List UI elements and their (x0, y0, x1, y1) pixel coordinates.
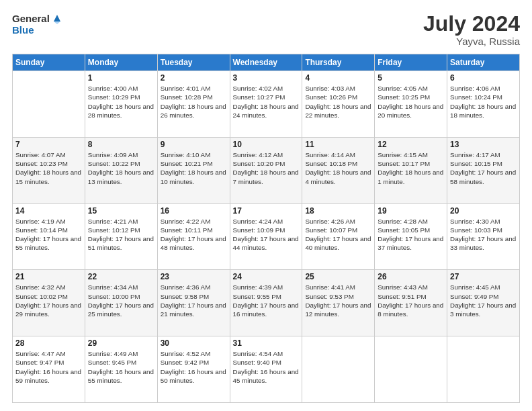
logo: General Blue (12, 12, 63, 36)
cell-info: Sunrise: 4:10 AMSunset: 10:21 PMDaylight… (161, 150, 227, 186)
cell-date: 25 (305, 272, 371, 281)
calendar-cell: 9 Sunrise: 4:10 AMSunset: 10:21 PMDaylig… (157, 137, 230, 203)
logo-arrow-icon (51, 12, 63, 24)
title-block: July 2024 Yayva, Russia (423, 12, 520, 47)
calendar-cell: 1 Sunrise: 4:00 AMSunset: 10:29 PMDaylig… (85, 71, 157, 138)
cell-info: Sunrise: 4:21 AMSunset: 10:12 PMDaylight… (88, 217, 154, 253)
calendar-cell: 3 Sunrise: 4:02 AMSunset: 10:27 PMDaylig… (230, 71, 302, 138)
svg-marker-1 (54, 21, 60, 24)
cell-info: Sunrise: 4:30 AMSunset: 10:03 PMDaylight… (450, 217, 517, 253)
cell-date: 10 (233, 140, 300, 149)
cell-info: Sunrise: 4:03 AMSunset: 10:26 PMDaylight… (305, 84, 371, 120)
day-header-sunday: Sunday (13, 54, 85, 71)
cell-date: 5 (378, 73, 444, 83)
calendar-cell: 18 Sunrise: 4:26 AMSunset: 10:07 PMDayli… (302, 203, 375, 270)
cell-date: 8 (88, 140, 154, 149)
cell-date: 4 (305, 73, 371, 83)
cell-info: Sunrise: 4:36 AMSunset: 9:58 PMDaylight:… (161, 283, 227, 318)
logo-general-text: General (12, 13, 50, 24)
cell-info: Sunrise: 4:45 AMSunset: 9:49 PMDaylight:… (450, 283, 517, 318)
cell-date: 15 (88, 206, 154, 216)
cell-date: 30 (161, 338, 227, 348)
week-row-3: 14 Sunrise: 4:19 AMSunset: 10:14 PMDayli… (13, 203, 520, 270)
cell-date: 1 (88, 73, 154, 83)
cell-info: Sunrise: 4:01 AMSunset: 10:28 PMDaylight… (161, 84, 227, 120)
calendar-cell: 5 Sunrise: 4:05 AMSunset: 10:25 PMDaylig… (375, 71, 447, 138)
calendar-cell (13, 71, 85, 138)
week-row-5: 28 Sunrise: 4:47 AMSunset: 9:47 PMDaylig… (13, 336, 520, 403)
calendar-cell: 28 Sunrise: 4:47 AMSunset: 9:47 PMDaylig… (13, 336, 85, 403)
cell-info: Sunrise: 4:17 AMSunset: 10:15 PMDaylight… (450, 150, 517, 186)
cell-info: Sunrise: 4:28 AMSunset: 10:05 PMDaylight… (378, 217, 444, 253)
calendar-cell: 19 Sunrise: 4:28 AMSunset: 10:05 PMDayli… (375, 203, 447, 270)
week-row-2: 7 Sunrise: 4:07 AMSunset: 10:23 PMDaylig… (13, 137, 520, 203)
cell-info: Sunrise: 4:39 AMSunset: 9:55 PMDaylight:… (233, 283, 300, 318)
cell-date: 27 (450, 272, 517, 281)
cell-info: Sunrise: 4:06 AMSunset: 10:24 PMDaylight… (450, 84, 517, 120)
header: General Blue July 2024 Yayva, Russia (12, 12, 520, 47)
cell-info: Sunrise: 4:12 AMSunset: 10:20 PMDaylight… (233, 150, 300, 186)
day-header-thursday: Thursday (302, 54, 375, 71)
cell-date: 16 (161, 206, 227, 216)
cell-info: Sunrise: 4:32 AMSunset: 10:02 PMDaylight… (15, 283, 82, 318)
week-row-4: 21 Sunrise: 4:32 AMSunset: 10:02 PMDayli… (13, 270, 520, 336)
calendar-cell: 27 Sunrise: 4:45 AMSunset: 9:49 PMDaylig… (447, 270, 520, 336)
cell-info: Sunrise: 4:52 AMSunset: 9:42 PMDaylight:… (161, 349, 227, 385)
calendar-cell: 6 Sunrise: 4:06 AMSunset: 10:24 PMDaylig… (447, 71, 520, 138)
cell-date: 28 (15, 338, 82, 348)
calendar-cell: 24 Sunrise: 4:39 AMSunset: 9:55 PMDaylig… (230, 270, 302, 336)
cell-info: Sunrise: 4:02 AMSunset: 10:27 PMDaylight… (233, 84, 300, 120)
cell-info: Sunrise: 4:15 AMSunset: 10:17 PMDaylight… (378, 150, 444, 186)
calendar-cell: 12 Sunrise: 4:15 AMSunset: 10:17 PMDayli… (375, 137, 447, 203)
calendar-cell: 31 Sunrise: 4:54 AMSunset: 9:40 PMDaylig… (230, 336, 302, 403)
calendar-cell: 25 Sunrise: 4:41 AMSunset: 9:53 PMDaylig… (302, 270, 375, 336)
cell-date: 7 (15, 140, 82, 149)
cell-info: Sunrise: 4:07 AMSunset: 10:23 PMDaylight… (15, 150, 82, 186)
cell-date: 3 (233, 73, 300, 83)
calendar-cell: 26 Sunrise: 4:43 AMSunset: 9:51 PMDaylig… (375, 270, 447, 336)
calendar-cell: 30 Sunrise: 4:52 AMSunset: 9:42 PMDaylig… (157, 336, 230, 403)
cell-date: 13 (450, 140, 517, 149)
cell-info: Sunrise: 4:54 AMSunset: 9:40 PMDaylight:… (233, 349, 300, 385)
cell-info: Sunrise: 4:00 AMSunset: 10:29 PMDaylight… (88, 84, 154, 120)
calendar-cell: 11 Sunrise: 4:14 AMSunset: 10:18 PMDayli… (302, 137, 375, 203)
cell-date: 11 (305, 140, 371, 149)
cell-info: Sunrise: 4:34 AMSunset: 10:00 PMDaylight… (88, 283, 154, 318)
cell-info: Sunrise: 4:26 AMSunset: 10:07 PMDaylight… (305, 217, 371, 253)
calendar-header-row: SundayMondayTuesdayWednesdayThursdayFrid… (13, 54, 520, 71)
calendar-cell: 13 Sunrise: 4:17 AMSunset: 10:15 PMDayli… (447, 137, 520, 203)
calendar-cell: 22 Sunrise: 4:34 AMSunset: 10:00 PMDayli… (85, 270, 157, 336)
calendar-cell (375, 336, 447, 403)
cell-info: Sunrise: 4:43 AMSunset: 9:51 PMDaylight:… (378, 283, 444, 318)
cell-info: Sunrise: 4:19 AMSunset: 10:14 PMDaylight… (15, 217, 82, 253)
cell-date: 22 (88, 272, 154, 281)
calendar-cell: 16 Sunrise: 4:22 AMSunset: 10:11 PMDayli… (157, 203, 230, 270)
svg-marker-0 (54, 15, 60, 21)
calendar-cell: 2 Sunrise: 4:01 AMSunset: 10:28 PMDaylig… (157, 71, 230, 138)
cell-info: Sunrise: 4:47 AMSunset: 9:47 PMDaylight:… (15, 349, 82, 385)
day-header-tuesday: Tuesday (157, 54, 230, 71)
cell-date: 21 (15, 272, 82, 281)
cell-date: 19 (378, 206, 444, 216)
cell-date: 24 (233, 272, 300, 281)
cell-date: 14 (15, 206, 82, 216)
logo-blue-text: Blue (12, 24, 34, 36)
calendar-cell: 29 Sunrise: 4:49 AMSunset: 9:45 PMDaylig… (85, 336, 157, 403)
cell-date: 12 (378, 140, 444, 149)
day-header-saturday: Saturday (447, 54, 520, 71)
month-title: July 2024 (423, 12, 520, 36)
cell-info: Sunrise: 4:24 AMSunset: 10:09 PMDaylight… (233, 217, 300, 253)
day-header-friday: Friday (375, 54, 447, 71)
week-row-1: 1 Sunrise: 4:00 AMSunset: 10:29 PMDaylig… (13, 71, 520, 138)
cell-date: 23 (161, 272, 227, 281)
cell-date: 2 (161, 73, 227, 83)
cell-date: 17 (233, 206, 300, 216)
calendar-cell: 17 Sunrise: 4:24 AMSunset: 10:09 PMDayli… (230, 203, 302, 270)
cell-info: Sunrise: 4:49 AMSunset: 9:45 PMDaylight:… (88, 349, 154, 385)
page: General Blue July 2024 Yayva, Russia Sun… (0, 0, 532, 411)
cell-date: 29 (88, 338, 154, 348)
location: Yayva, Russia (423, 36, 520, 47)
calendar-table: SundayMondayTuesdayWednesdayThursdayFrid… (12, 54, 520, 403)
day-header-wednesday: Wednesday (230, 54, 302, 71)
cell-info: Sunrise: 4:09 AMSunset: 10:22 PMDaylight… (88, 150, 154, 186)
